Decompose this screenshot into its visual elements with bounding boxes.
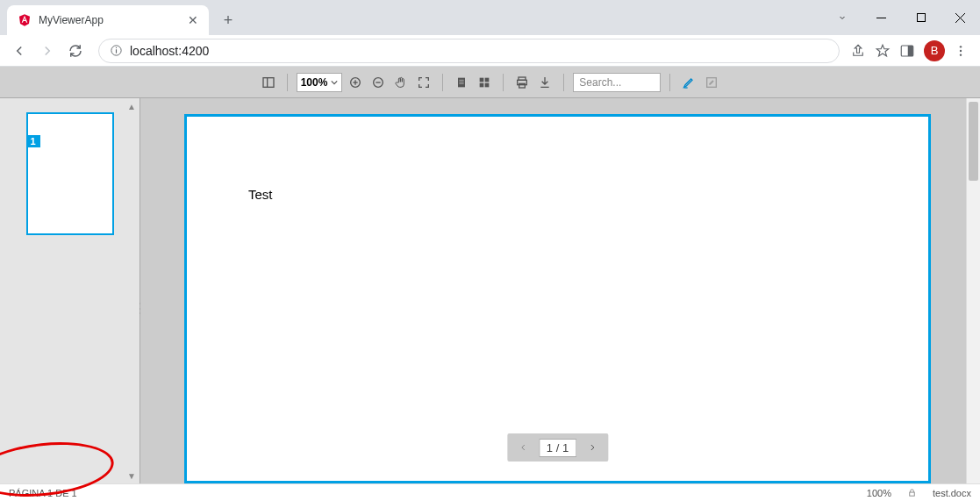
bookmark-icon[interactable] [875,43,891,59]
page-indicator[interactable]: 1 / 1 [539,439,576,457]
browser-tab[interactable]: MyViewerApp ✕ [7,5,209,35]
profile-avatar[interactable]: B [924,40,945,61]
viewer-toolbar: 100% Search... [0,67,980,98]
prev-page-button[interactable] [512,437,533,458]
close-window-button[interactable] [941,4,980,31]
scrollbar-thumb[interactable] [969,102,978,181]
close-tab-icon[interactable]: ✕ [188,13,198,27]
reload-button[interactable] [63,39,88,63]
minimize-button[interactable] [862,4,901,31]
url-text: localhost:4200 [130,44,209,58]
site-info-icon[interactable] [110,44,123,57]
zoom-select[interactable]: 100% [297,73,343,92]
thumbnail-panel: ▲ 1 ▼ ⋮ [0,98,140,483]
scroll-down-icon[interactable]: ▼ [125,469,138,482]
document-viewer: 100% Search... ▲ 1 ▼ ⋮ Test [0,67,980,501]
angular-icon [18,13,32,27]
svg-rect-26 [485,82,490,87]
scroll-up-icon[interactable]: ▲ [125,100,138,112]
single-page-icon[interactable] [452,73,471,92]
grid-view-icon[interactable] [475,73,494,92]
viewer-body: ▲ 1 ▼ ⋮ Test 1 / 1 [0,98,980,483]
next-page-button[interactable] [582,437,603,458]
status-filename: test.docx [933,488,971,498]
url-field[interactable]: localhost:4200 [98,39,840,63]
tab-title: MyViewerApp [39,14,181,26]
svg-rect-24 [485,77,490,82]
toggle-sidebar-icon[interactable] [259,73,278,92]
svg-point-6 [116,47,117,48]
pan-icon[interactable] [391,73,411,92]
svg-rect-12 [263,77,274,87]
status-page-text: PÁGINA 1 DE 1 [9,488,77,498]
forward-button[interactable] [35,39,60,63]
back-button[interactable] [7,39,32,63]
window-controls [822,0,980,35]
edit-icon[interactable] [702,73,721,92]
document-page: Test 1 / 1 [184,114,931,483]
thumbnail-page-number: 1 [26,135,40,147]
status-zoom: 100% [867,488,891,498]
search-input[interactable]: Search... [573,73,661,92]
maximize-button[interactable] [901,4,941,31]
vertical-scrollbar[interactable] [966,98,980,483]
svg-rect-32 [910,492,915,496]
svg-rect-23 [480,77,484,82]
page-thumbnail[interactable]: 1 [26,112,114,235]
browser-actions: B [850,40,973,61]
svg-point-10 [960,49,962,51]
svg-rect-19 [458,77,465,87]
menu-icon[interactable] [954,44,968,58]
svg-rect-8 [908,46,913,56]
chevron-down-icon[interactable] [822,4,862,31]
separator [442,74,443,91]
print-icon[interactable] [512,73,532,92]
download-icon[interactable] [535,73,554,92]
document-area[interactable]: Test 1 / 1 [140,98,966,483]
svg-rect-25 [480,82,484,87]
document-content: Test [248,187,273,202]
sidepanel-icon[interactable] [899,43,915,59]
separator [287,74,288,91]
separator [503,74,504,91]
svg-rect-1 [917,14,925,22]
status-bar: PÁGINA 1 DE 1 100% test.docx [0,483,980,501]
share-icon[interactable] [850,43,866,59]
separator [563,74,564,91]
page-navigator: 1 / 1 [507,433,608,462]
svg-point-11 [960,54,962,55]
separator [669,74,670,91]
zoom-in-icon[interactable] [346,73,365,92]
new-tab-button[interactable]: + [216,8,240,32]
fullscreen-icon[interactable] [414,73,433,92]
browser-tab-strip: MyViewerApp ✕ + [0,0,980,35]
browser-address-bar: localhost:4200 B [0,35,980,67]
lock-icon [907,488,917,497]
highlight-icon[interactable] [679,73,698,92]
zoom-out-icon[interactable] [368,73,388,92]
svg-point-9 [960,46,962,47]
